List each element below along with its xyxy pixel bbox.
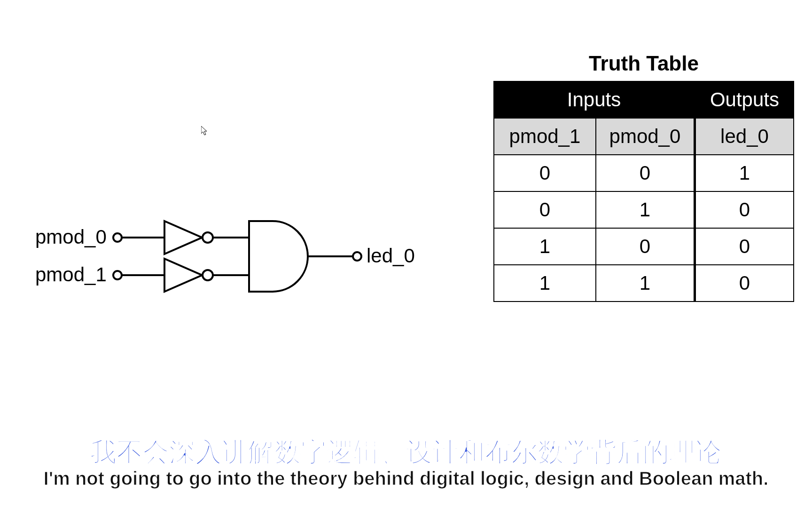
col-header: pmod_1 (494, 118, 596, 155)
input-bottom-label: pmod_1 (35, 263, 107, 286)
subtitle-zh: 我不会深入讲解数字逻辑、设计和布尔数学背后的理论 (0, 438, 812, 466)
output-label: led_0 (367, 245, 415, 267)
cell: 1 (596, 191, 695, 228)
logic-circuit-diagram: pmod_0 pmod_1 led_0 (28, 207, 414, 331)
cell: 0 (494, 155, 596, 191)
svg-marker-4 (164, 221, 202, 254)
cell: 1 (695, 155, 794, 191)
subtitle-overlay: 我不会深入讲解数字逻辑、设计和布尔数学背后的理论 I'm not going t… (0, 438, 812, 489)
table-row: 1 0 0 (494, 228, 794, 265)
cell: 0 (695, 228, 794, 265)
cell: 0 (695, 191, 794, 228)
header-inputs-label: Inputs (494, 81, 695, 118)
cell: 1 (494, 265, 596, 302)
col-header: led_0 (695, 118, 794, 155)
cursor-icon (201, 126, 208, 135)
cell: 1 (494, 228, 596, 265)
svg-point-0 (113, 233, 122, 242)
cell: 0 (596, 228, 695, 265)
svg-point-1 (113, 271, 122, 279)
cell: 0 (494, 191, 596, 228)
table-row: 1 1 0 (494, 265, 794, 302)
cell: 0 (596, 155, 695, 191)
table-row: 0 0 1 (494, 155, 794, 191)
svg-point-11 (353, 252, 361, 261)
cell: 1 (596, 265, 695, 302)
truth-table: Truth Table Inputs Outputs pmod_1 pmod_0… (493, 52, 794, 302)
svg-point-5 (203, 232, 213, 243)
svg-point-7 (203, 270, 213, 280)
cell: 0 (695, 265, 794, 302)
svg-marker-6 (164, 259, 202, 292)
header-outputs-label: Outputs (695, 81, 794, 118)
input-top-label: pmod_0 (35, 226, 107, 248)
subtitle-en: I'm not going to go into the theory behi… (0, 468, 812, 489)
table-row: 0 1 0 (494, 191, 794, 228)
col-header: pmod_0 (596, 118, 695, 155)
truth-table-title: Truth Table (493, 52, 794, 75)
